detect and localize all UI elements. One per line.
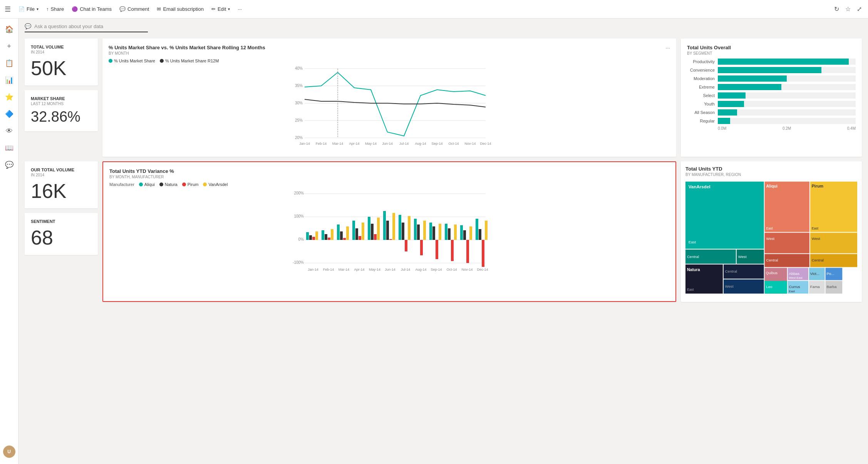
svg-text:Jan-14: Jan-14	[299, 142, 310, 146]
svg-text:40%: 40%	[295, 66, 303, 70]
svg-rect-52	[386, 221, 389, 240]
svg-text:East: East	[687, 288, 694, 291]
ytd-variance-svg: 200% 100% 0% -100%	[109, 190, 669, 294]
svg-text:Aug-14: Aug-14	[415, 268, 426, 271]
svg-rect-115	[810, 233, 857, 253]
svg-rect-77	[482, 240, 484, 267]
qa-bar[interactable]: 💬 Ask a question about your data	[25, 23, 148, 32]
svg-rect-76	[479, 229, 481, 240]
legend-item-dark: % Units Market Share R12M	[160, 59, 219, 63]
favorite-icon[interactable]: ☆	[844, 4, 852, 14]
svg-text:Quibus: Quibus	[766, 271, 778, 275]
edit-button[interactable]: ✏ Edit ▾	[208, 5, 233, 13]
svg-rect-70	[454, 224, 457, 240]
sidebar-reports-icon[interactable]: 📋	[2, 55, 17, 71]
svg-text:West: West	[725, 284, 734, 288]
total-volume-label: Total Volume	[31, 45, 92, 49]
comment-button[interactable]: 💬 Comment	[116, 5, 152, 13]
svg-rect-41	[343, 238, 346, 240]
svg-rect-112	[810, 182, 857, 232]
svg-text:Aug-14: Aug-14	[415, 142, 426, 146]
market-share-card: Market Share LAST 12 MONTHS 32.86%	[25, 90, 98, 131]
svg-rect-59	[414, 219, 417, 240]
svg-text:May-14: May-14	[369, 268, 380, 271]
svg-text:Mar-14: Mar-14	[338, 268, 350, 271]
total-units-overall-title: Total Units Overall	[687, 45, 856, 50]
comment-icon: 💬	[119, 6, 126, 12]
svg-text:100%: 100%	[294, 214, 304, 218]
svg-text:Aliqui: Aliqui	[766, 184, 778, 188]
edit-icon: ✏	[211, 6, 216, 12]
svg-rect-39	[337, 224, 340, 240]
line-chart-legend: % Units Market Share % Units Market Shar…	[109, 59, 670, 63]
chat-in-teams-button[interactable]: 🟣 Chat in Teams	[69, 5, 115, 13]
svg-text:West: West	[766, 236, 774, 241]
svg-rect-45	[359, 236, 361, 240]
email-subscription-label: Email subscription	[163, 6, 204, 12]
svg-rect-105	[765, 182, 809, 232]
treemap-svg: VanArsdel East Central West Natura East …	[685, 180, 857, 295]
svg-rect-78	[485, 221, 488, 240]
svg-text:Nov-14: Nov-14	[464, 142, 476, 146]
market-share-value: 32.86%	[31, 109, 92, 125]
total-units-ytd-sub: BY MANUFACTURER, REGION	[685, 173, 857, 177]
refresh-icon[interactable]: ↻	[833, 4, 841, 14]
svg-text:Natura: Natura	[687, 267, 700, 272]
avatar[interactable]: U	[3, 446, 15, 458]
svg-rect-75	[476, 219, 478, 240]
svg-rect-54	[392, 213, 395, 240]
qa-icon: 💬	[25, 23, 31, 29]
email-subscription-button[interactable]: ✉ Email subscription	[154, 5, 207, 13]
sidebar-home-icon[interactable]: 🏠	[2, 22, 17, 37]
legend-dot-natura	[159, 183, 163, 186]
svg-rect-48	[371, 224, 374, 240]
svg-text:Oct-14: Oct-14	[448, 142, 459, 146]
svg-rect-47	[368, 217, 370, 240]
svg-text:East: East	[689, 240, 696, 244]
legend-aliqui: Aliqui	[139, 182, 155, 187]
share-label: Share	[50, 6, 64, 12]
share-icon: ↑	[46, 6, 49, 12]
sidebar-chat-icon[interactable]: 💬	[2, 157, 17, 173]
sidebar-book-icon[interactable]: 📖	[2, 140, 17, 156]
line-chart-svg: 40% 35% 30% 25% 20% Jan-14 Feb-14 Mar-14…	[109, 65, 670, 149]
fullscreen-icon[interactable]: ⤢	[855, 4, 863, 14]
svg-rect-55	[399, 215, 401, 240]
teams-icon: 🟣	[72, 6, 78, 12]
svg-text:Vict...: Vict...	[810, 271, 819, 276]
svg-text:200%: 200%	[294, 191, 304, 195]
svg-rect-51	[383, 211, 386, 240]
share-button[interactable]: ↑ Share	[43, 5, 67, 13]
svg-text:East: East	[766, 226, 773, 230]
topbar: ☰ 📄 File ▾ ↑ Share 🟣 Chat in Teams 💬 Com…	[0, 0, 868, 18]
legend-dot-aliqui	[139, 183, 143, 186]
sidebar: 🏠 + 📋 📊 ⭐ 🔷 👁 📖 💬 U	[0, 18, 18, 464]
svg-text:Mar-14: Mar-14	[332, 142, 344, 146]
hbar-row-regular: Regular	[687, 118, 856, 124]
sidebar-data-icon[interactable]: 📊	[2, 72, 17, 88]
total-volume-card: Total Volume IN 2014 50K	[25, 39, 98, 85]
total-volume-sub: IN 2014	[31, 50, 92, 54]
legend-dot-vanarsdel	[203, 183, 207, 186]
menu-icon[interactable]: ☰	[5, 5, 11, 13]
total-volume-value: 50K	[31, 57, 92, 79]
svg-rect-53	[389, 239, 392, 240]
hbar-row-convenience: Convenience	[687, 67, 856, 73]
sidebar-apps-icon[interactable]: 🔷	[2, 106, 17, 122]
svg-text:Jul-14: Jul-14	[401, 268, 411, 271]
svg-rect-42	[346, 226, 349, 240]
svg-text:0%: 0%	[298, 237, 304, 241]
svg-rect-60	[417, 224, 420, 240]
file-menu[interactable]: 📄 File ▾	[15, 5, 42, 13]
svg-text:Feb-14: Feb-14	[316, 142, 327, 146]
svg-rect-71	[460, 225, 463, 240]
hbar-container: Productivity Convenience Moderation Extr…	[687, 59, 856, 131]
sidebar-add-icon[interactable]: +	[2, 39, 17, 54]
sidebar-view-icon[interactable]: 👁	[2, 123, 17, 139]
more-options-button[interactable]: ···	[235, 5, 245, 13]
svg-text:25%: 25%	[295, 118, 303, 122]
sidebar-star-icon[interactable]: ⭐	[2, 89, 17, 105]
line-chart-more-icon[interactable]: ···	[665, 45, 670, 51]
legend-item-teal: % Units Market Share	[109, 59, 155, 63]
svg-text:Sep-14: Sep-14	[431, 268, 442, 271]
